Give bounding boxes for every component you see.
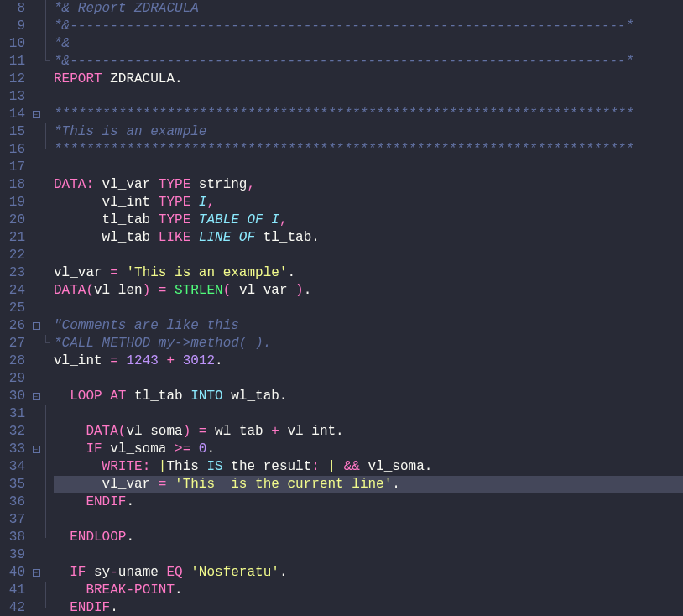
token-operator: >=: [175, 441, 190, 457]
token-punct: .: [336, 424, 344, 439]
line-number: 28: [0, 352, 25, 370]
fold-cell: [30, 123, 42, 141]
token-ident: [118, 353, 127, 368]
code-line[interactable]: *&--------------------------------------…: [54, 18, 683, 35]
fold-cell[interactable]: [30, 317, 42, 335]
token-func: STRLEN: [175, 283, 223, 298]
token-punct: .: [425, 459, 433, 474]
token-comment: ****************************************…: [54, 142, 633, 157]
token-ident: vl_var: [54, 265, 110, 280]
code-line[interactable]: IF vl_soma >= 0.: [54, 441, 683, 458]
line-number: 17: [0, 159, 25, 176]
code-line[interactable]: ****************************************…: [54, 141, 683, 159]
fold-cell: [30, 18, 42, 35]
line-number: 20: [0, 211, 25, 229]
code-line[interactable]: DATA(vl_len) = STRLEN( vl_var ).: [54, 282, 683, 300]
code-line[interactable]: [54, 88, 683, 106]
token-keyword: IF: [86, 441, 102, 457]
code-line[interactable]: [54, 405, 683, 423]
code-line[interactable]: LOOP AT tl_tab INTO wl_tab.: [54, 388, 683, 405]
indent-guide: [42, 370, 54, 388]
token-operator: =: [110, 265, 118, 280]
fold-column: [30, 0, 42, 616]
fold-cell: [30, 141, 42, 159]
line-number: 34: [0, 458, 25, 476]
code-line[interactable]: wl_tab LIKE LINE OF tl_tab.: [54, 229, 683, 247]
indent-guide: [42, 546, 54, 564]
token-punct: .: [215, 353, 223, 368]
code-line[interactable]: *&--------------------------------------…: [54, 53, 683, 70]
code-line[interactable]: ENDIF.: [54, 493, 683, 511]
token-ident: sy: [86, 565, 110, 580]
token-comment: *&--------------------------------------…: [54, 54, 633, 69]
code-line[interactable]: [54, 370, 683, 388]
indent-guide: [42, 352, 54, 370]
code-line[interactable]: ENDLOOP.: [54, 529, 683, 546]
token-keyword: ENDLOOP: [70, 530, 126, 545]
token-number: 3012: [183, 353, 215, 368]
token-punct: .: [304, 283, 312, 298]
code-area[interactable]: *& Report ZDRACULA*&--------------------…: [54, 0, 683, 616]
token-operator: &&: [344, 459, 360, 474]
token-ident: tl_tab: [126, 389, 190, 404]
token-ident: [263, 212, 272, 227]
fold-cell[interactable]: [30, 564, 42, 582]
token-punct: .: [279, 389, 288, 404]
code-line[interactable]: tl_tab TYPE TABLE OF I,: [54, 211, 683, 229]
code-line[interactable]: [54, 300, 683, 317]
indent-guide: [42, 70, 54, 88]
fold-toggle-icon[interactable]: [33, 322, 40, 330]
fold-toggle-icon[interactable]: [33, 393, 40, 400]
token-keyword: IF: [70, 565, 86, 580]
code-line[interactable]: vl_var = 'This is an example'.: [54, 264, 683, 282]
line-number: 25: [0, 300, 25, 317]
indent-guide: [42, 529, 54, 546]
code-line[interactable]: ENDIF.: [54, 599, 683, 616]
code-line[interactable]: [54, 511, 683, 529]
fold-toggle-icon[interactable]: [33, 446, 40, 453]
code-line[interactable]: DATA: vl_var TYPE string,: [54, 176, 683, 194]
code-line[interactable]: *This is an example: [54, 123, 683, 141]
code-line[interactable]: [54, 546, 683, 564]
code-line[interactable]: *& Report ZDRACULA: [54, 0, 683, 18]
code-line[interactable]: IF sy-uname EQ 'Nosferatu'.: [54, 564, 683, 582]
line-number: 35: [0, 476, 25, 493]
code-line[interactable]: REPORT ZDRACULA.: [54, 70, 683, 88]
token-ident: [320, 459, 328, 474]
code-line[interactable]: DATA(vl_soma) = wl_tab + vl_int.: [54, 423, 683, 441]
token-ident: [54, 600, 70, 615]
token-ident: vl_var: [94, 177, 159, 192]
code-line[interactable]: vl_int = 1243 + 3012.: [54, 352, 683, 370]
fold-toggle-icon[interactable]: [33, 569, 40, 577]
token-keyword: WRITE: [102, 459, 143, 474]
code-line[interactable]: [54, 159, 683, 176]
token-ident: [159, 353, 167, 368]
code-line[interactable]: WRITE: |This IS the result: | && vl_soma…: [54, 458, 683, 476]
fold-toggle-icon[interactable]: [33, 111, 40, 118]
line-number: 39: [0, 546, 25, 564]
indent-guide: [42, 0, 54, 18]
code-line[interactable]: *CALL METHOD my->method( ).: [54, 335, 683, 352]
indent-guide: [42, 229, 54, 247]
fold-cell[interactable]: [30, 388, 42, 405]
code-editor[interactable]: 8910111213141516171819202122232425262728…: [0, 0, 683, 616]
code-line[interactable]: BREAK-POINT.: [54, 582, 683, 599]
code-line[interactable]: vl_var = 'This is the current line'.: [54, 476, 683, 493]
token-operator: (: [223, 283, 232, 298]
code-line[interactable]: *&: [54, 35, 683, 53]
token-operator: ,: [279, 212, 288, 227]
token-keyword: DATA: [86, 424, 117, 439]
token-ident: [54, 389, 70, 404]
line-number: 24: [0, 282, 25, 300]
code-line[interactable]: "Comments are like this: [54, 317, 683, 335]
fold-cell[interactable]: [30, 106, 42, 123]
code-line[interactable]: [54, 247, 683, 264]
code-line[interactable]: vl_int TYPE I,: [54, 194, 683, 211]
token-string: |: [328, 459, 336, 474]
indent-guide: [42, 423, 54, 441]
code-line[interactable]: ****************************************…: [54, 106, 683, 123]
token-operator: ): [143, 283, 151, 298]
fold-cell: [30, 599, 42, 616]
fold-cell[interactable]: [30, 441, 42, 458]
fold-cell: [30, 229, 42, 247]
